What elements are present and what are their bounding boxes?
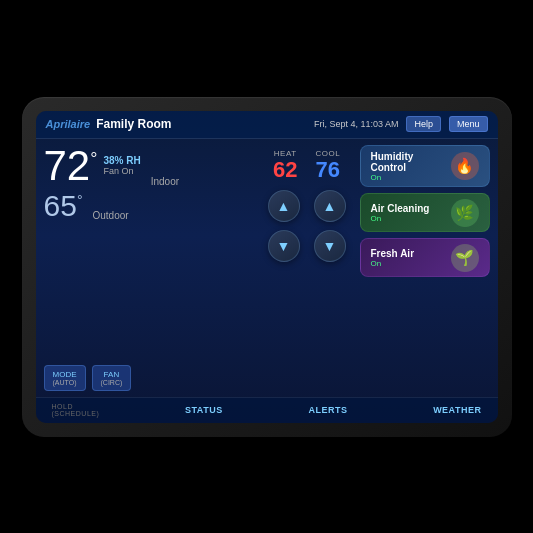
temp-section: 72° 38% RH Fan On Indoor 65° Outdoor — [44, 145, 254, 221]
outdoor-row: 65° Outdoor — [44, 191, 254, 221]
outdoor-label: Outdoor — [92, 210, 128, 221]
heat-down-button[interactable]: ▼ — [268, 230, 300, 262]
down-arrows-row: ▼ ▼ — [268, 230, 346, 262]
humidity-card-text: Humidity Control On — [371, 151, 451, 182]
humidity-status: On — [371, 173, 451, 182]
rh-text: 38% RH — [103, 155, 140, 166]
menu-button[interactable]: Menu — [449, 116, 488, 132]
indoor-row: 72° 38% RH Fan On Indoor — [44, 145, 254, 187]
middle-panel: HEAT 62 COOL 76 ▲ ▲ ▼ ▼ — [262, 145, 352, 391]
air-cleaning-status: On — [371, 214, 430, 223]
room-name: Family Room — [96, 117, 171, 131]
main-content: 72° 38% RH Fan On Indoor 65° Outdoor — [36, 139, 498, 397]
cool-value: 76 — [316, 158, 340, 182]
heat-cool-row: HEAT 62 COOL 76 — [273, 149, 340, 182]
top-right: Fri, Sept 4, 11:03 AM Help Menu — [314, 116, 488, 132]
alerts-button[interactable]: ALERTS — [302, 403, 353, 417]
bottom-bar: HOLD (SCHEDULE) STATUS ALERTS WEATHER — [36, 397, 498, 423]
indoor-temp: 72° — [44, 145, 98, 187]
heat-col: HEAT 62 — [273, 149, 297, 182]
thermostat-device: Aprilaire Family Room Fri, Sept 4, 11:03… — [22, 97, 512, 437]
fresh-air-icon: 🌱 — [451, 244, 479, 272]
brand-logo: Aprilaire — [46, 118, 91, 130]
right-panel: Humidity Control On 🔥 Air Cleaning On 🌿 … — [360, 145, 490, 391]
indoor-info: 38% RH Fan On — [103, 155, 140, 176]
brand-room: Aprilaire Family Room — [46, 117, 172, 131]
heat-up-button[interactable]: ▲ — [268, 190, 300, 222]
outdoor-temp: 65° — [44, 191, 83, 221]
fresh-air-card[interactable]: Fresh Air On 🌱 — [360, 238, 490, 277]
air-cleaning-card[interactable]: Air Cleaning On 🌿 — [360, 193, 490, 232]
top-bar: Aprilaire Family Room Fri, Sept 4, 11:03… — [36, 111, 498, 139]
mode-button[interactable]: MODE (AUTO) — [44, 365, 86, 391]
fresh-air-card-text: Fresh Air On — [371, 248, 415, 268]
weather-button[interactable]: WEATHER — [427, 403, 487, 417]
left-panel: 72° 38% RH Fan On Indoor 65° Outdoor — [44, 145, 254, 391]
mode-buttons: MODE (AUTO) FAN (CIRC) — [44, 365, 254, 391]
fan-button[interactable]: FAN (CIRC) — [92, 365, 132, 391]
humidity-control-card[interactable]: Humidity Control On 🔥 — [360, 145, 490, 187]
up-arrows-row: ▲ ▲ — [268, 190, 346, 222]
humidity-title: Humidity Control — [371, 151, 451, 173]
fresh-air-status: On — [371, 259, 415, 268]
cool-down-button[interactable]: ▼ — [314, 230, 346, 262]
cool-col: COOL 76 — [315, 149, 340, 182]
air-cleaning-title: Air Cleaning — [371, 203, 430, 214]
indoor-label: Indoor — [151, 176, 179, 187]
fresh-air-title: Fresh Air — [371, 248, 415, 259]
help-button[interactable]: Help — [406, 116, 441, 132]
humidity-icon: 🔥 — [451, 152, 479, 180]
air-cleaning-card-text: Air Cleaning On — [371, 203, 430, 223]
thermostat-screen: Aprilaire Family Room Fri, Sept 4, 11:03… — [36, 111, 498, 423]
fan-text: Fan On — [103, 166, 140, 176]
status-button[interactable]: STATUS — [179, 403, 229, 417]
heat-value: 62 — [273, 158, 297, 182]
hold-button[interactable]: HOLD (SCHEDULE) — [46, 401, 106, 419]
date-time: Fri, Sept 4, 11:03 AM — [314, 119, 399, 129]
air-cleaning-icon: 🌿 — [451, 199, 479, 227]
cool-up-button[interactable]: ▲ — [314, 190, 346, 222]
